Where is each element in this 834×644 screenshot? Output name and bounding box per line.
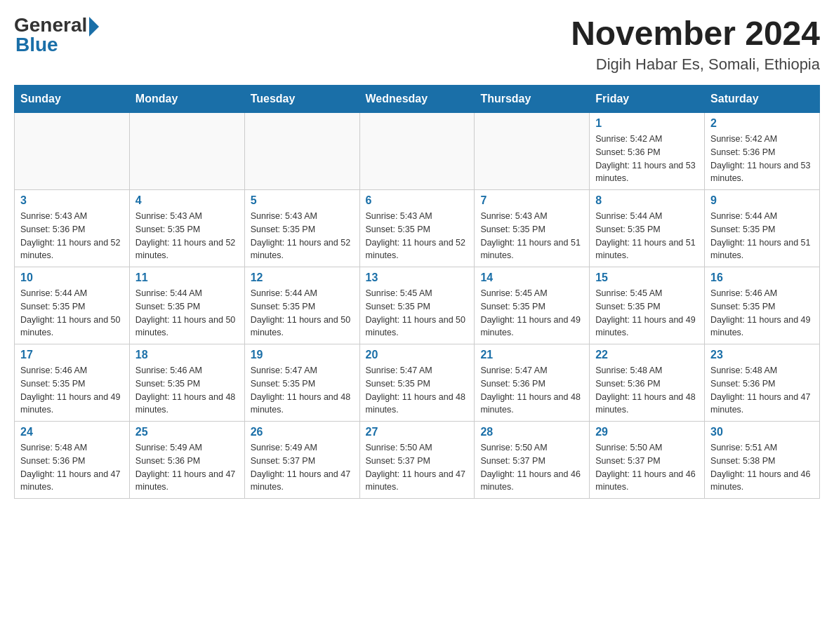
calendar-cell: 18Sunrise: 5:46 AM Sunset: 5:35 PM Dayli… — [129, 344, 244, 422]
weekday-header-thursday: Thursday — [475, 86, 590, 113]
calendar-week-3: 10Sunrise: 5:44 AM Sunset: 5:35 PM Dayli… — [15, 267, 820, 344]
day-info: Sunrise: 5:43 AM Sunset: 5:35 PM Dayligh… — [366, 210, 469, 262]
calendar-cell: 30Sunrise: 5:51 AM Sunset: 5:38 PM Dayli… — [705, 422, 820, 499]
day-info: Sunrise: 5:43 AM Sunset: 5:36 PM Dayligh… — [20, 210, 124, 262]
calendar-cell: 5Sunrise: 5:43 AM Sunset: 5:35 PM Daylig… — [244, 190, 359, 267]
day-info: Sunrise: 5:42 AM Sunset: 5:36 PM Dayligh… — [710, 133, 814, 185]
day-info: Sunrise: 5:44 AM Sunset: 5:35 PM Dayligh… — [20, 287, 124, 340]
calendar-cell — [475, 113, 590, 190]
day-number: 24 — [20, 426, 124, 438]
day-info: Sunrise: 5:44 AM Sunset: 5:35 PM Dayligh… — [251, 287, 354, 340]
day-info: Sunrise: 5:47 AM Sunset: 5:36 PM Dayligh… — [480, 364, 583, 417]
calendar-cell: 6Sunrise: 5:43 AM Sunset: 5:35 PM Daylig… — [359, 190, 475, 267]
calendar-cell: 9Sunrise: 5:44 AM Sunset: 5:35 PM Daylig… — [705, 190, 820, 267]
day-info: Sunrise: 5:50 AM Sunset: 5:37 PM Dayligh… — [480, 441, 583, 494]
weekday-header-saturday: Saturday — [705, 86, 820, 113]
logo-arrow-icon — [89, 17, 99, 36]
calendar-cell: 15Sunrise: 5:45 AM Sunset: 5:35 PM Dayli… — [590, 267, 705, 344]
day-number: 21 — [480, 349, 583, 361]
day-number: 1 — [595, 117, 699, 130]
day-number: 5 — [251, 194, 354, 207]
day-info: Sunrise: 5:46 AM Sunset: 5:35 PM Dayligh… — [20, 364, 124, 417]
calendar-header: SundayMondayTuesdayWednesdayThursdayFrid… — [15, 86, 820, 113]
day-info: Sunrise: 5:50 AM Sunset: 5:37 PM Dayligh… — [595, 441, 699, 494]
calendar-week-5: 24Sunrise: 5:48 AM Sunset: 5:36 PM Dayli… — [15, 422, 820, 499]
calendar-cell: 2Sunrise: 5:42 AM Sunset: 5:36 PM Daylig… — [705, 113, 820, 190]
calendar-cell: 4Sunrise: 5:43 AM Sunset: 5:35 PM Daylig… — [129, 190, 244, 267]
day-number: 13 — [366, 271, 469, 284]
day-info: Sunrise: 5:43 AM Sunset: 5:35 PM Dayligh… — [251, 210, 354, 262]
day-number: 30 — [710, 426, 814, 438]
calendar-cell: 12Sunrise: 5:44 AM Sunset: 5:35 PM Dayli… — [244, 267, 359, 344]
day-info: Sunrise: 5:49 AM Sunset: 5:37 PM Dayligh… — [251, 441, 354, 494]
calendar-cell — [359, 113, 475, 190]
calendar-cell: 7Sunrise: 5:43 AM Sunset: 5:35 PM Daylig… — [475, 190, 590, 267]
day-info: Sunrise: 5:46 AM Sunset: 5:35 PM Dayligh… — [710, 287, 814, 340]
calendar-cell: 3Sunrise: 5:43 AM Sunset: 5:36 PM Daylig… — [15, 190, 130, 267]
calendar-cell: 22Sunrise: 5:48 AM Sunset: 5:36 PM Dayli… — [590, 344, 705, 422]
day-number: 3 — [20, 194, 124, 207]
day-number: 19 — [251, 349, 354, 361]
day-info: Sunrise: 5:43 AM Sunset: 5:35 PM Dayligh… — [135, 210, 239, 262]
day-number: 12 — [251, 271, 354, 284]
day-info: Sunrise: 5:44 AM Sunset: 5:35 PM Dayligh… — [710, 210, 814, 262]
calendar-cell: 17Sunrise: 5:46 AM Sunset: 5:35 PM Dayli… — [15, 344, 130, 422]
calendar-cell: 19Sunrise: 5:47 AM Sunset: 5:35 PM Dayli… — [244, 344, 359, 422]
day-info: Sunrise: 5:46 AM Sunset: 5:35 PM Dayligh… — [135, 364, 239, 417]
calendar-week-2: 3Sunrise: 5:43 AM Sunset: 5:36 PM Daylig… — [15, 190, 820, 267]
calendar-cell: 24Sunrise: 5:48 AM Sunset: 5:36 PM Dayli… — [15, 422, 130, 499]
calendar-cell: 14Sunrise: 5:45 AM Sunset: 5:35 PM Dayli… — [475, 267, 590, 344]
day-number: 18 — [135, 349, 239, 361]
calendar-table: SundayMondayTuesdayWednesdayThursdayFrid… — [14, 85, 820, 499]
day-info: Sunrise: 5:47 AM Sunset: 5:35 PM Dayligh… — [251, 364, 354, 417]
day-number: 20 — [366, 349, 469, 361]
day-number: 10 — [20, 271, 124, 284]
day-number: 22 — [595, 349, 699, 361]
calendar-cell: 29Sunrise: 5:50 AM Sunset: 5:37 PM Dayli… — [590, 422, 705, 499]
calendar-cell: 16Sunrise: 5:46 AM Sunset: 5:35 PM Dayli… — [705, 267, 820, 344]
logo-blue-text: Blue — [15, 34, 58, 56]
day-number: 28 — [480, 426, 583, 438]
day-number: 23 — [710, 349, 814, 361]
day-number: 14 — [480, 271, 583, 284]
day-number: 11 — [135, 271, 239, 284]
title-section: November 2024 Digih Habar Es, Somali, Et… — [571, 14, 820, 74]
day-info: Sunrise: 5:47 AM Sunset: 5:35 PM Dayligh… — [366, 364, 469, 417]
day-info: Sunrise: 5:48 AM Sunset: 5:36 PM Dayligh… — [595, 364, 699, 417]
day-number: 27 — [366, 426, 469, 438]
month-title: November 2024 — [571, 14, 820, 53]
day-info: Sunrise: 5:45 AM Sunset: 5:35 PM Dayligh… — [480, 287, 583, 340]
day-info: Sunrise: 5:51 AM Sunset: 5:38 PM Dayligh… — [710, 441, 814, 494]
day-number: 9 — [710, 194, 814, 207]
weekday-header-friday: Friday — [590, 86, 705, 113]
calendar-body: 1Sunrise: 5:42 AM Sunset: 5:36 PM Daylig… — [15, 113, 820, 499]
logo: General Blue — [14, 14, 99, 56]
calendar-cell — [15, 113, 130, 190]
calendar-cell: 11Sunrise: 5:44 AM Sunset: 5:35 PM Dayli… — [129, 267, 244, 344]
calendar-cell: 25Sunrise: 5:49 AM Sunset: 5:36 PM Dayli… — [129, 422, 244, 499]
day-number: 6 — [366, 194, 469, 207]
calendar-cell: 10Sunrise: 5:44 AM Sunset: 5:35 PM Dayli… — [15, 267, 130, 344]
day-info: Sunrise: 5:42 AM Sunset: 5:36 PM Dayligh… — [595, 133, 699, 185]
day-info: Sunrise: 5:48 AM Sunset: 5:36 PM Dayligh… — [710, 364, 814, 417]
day-info: Sunrise: 5:50 AM Sunset: 5:37 PM Dayligh… — [366, 441, 469, 494]
calendar-cell: 20Sunrise: 5:47 AM Sunset: 5:35 PM Dayli… — [359, 344, 475, 422]
day-number: 25 — [135, 426, 239, 438]
calendar-week-4: 17Sunrise: 5:46 AM Sunset: 5:35 PM Dayli… — [15, 344, 820, 422]
calendar-week-1: 1Sunrise: 5:42 AM Sunset: 5:36 PM Daylig… — [15, 113, 820, 190]
calendar-cell: 13Sunrise: 5:45 AM Sunset: 5:35 PM Dayli… — [359, 267, 475, 344]
weekday-header-row: SundayMondayTuesdayWednesdayThursdayFrid… — [15, 86, 820, 113]
calendar-cell: 27Sunrise: 5:50 AM Sunset: 5:37 PM Dayli… — [359, 422, 475, 499]
day-info: Sunrise: 5:43 AM Sunset: 5:35 PM Dayligh… — [480, 210, 583, 262]
day-number: 17 — [20, 349, 124, 361]
calendar-cell: 8Sunrise: 5:44 AM Sunset: 5:35 PM Daylig… — [590, 190, 705, 267]
calendar-cell: 1Sunrise: 5:42 AM Sunset: 5:36 PM Daylig… — [590, 113, 705, 190]
weekday-header-monday: Monday — [129, 86, 244, 113]
day-number: 8 — [595, 194, 699, 207]
day-number: 4 — [135, 194, 239, 207]
calendar-cell — [129, 113, 244, 190]
day-info: Sunrise: 5:49 AM Sunset: 5:36 PM Dayligh… — [135, 441, 239, 494]
weekday-header-tuesday: Tuesday — [244, 86, 359, 113]
day-number: 26 — [251, 426, 354, 438]
day-info: Sunrise: 5:45 AM Sunset: 5:35 PM Dayligh… — [595, 287, 699, 340]
